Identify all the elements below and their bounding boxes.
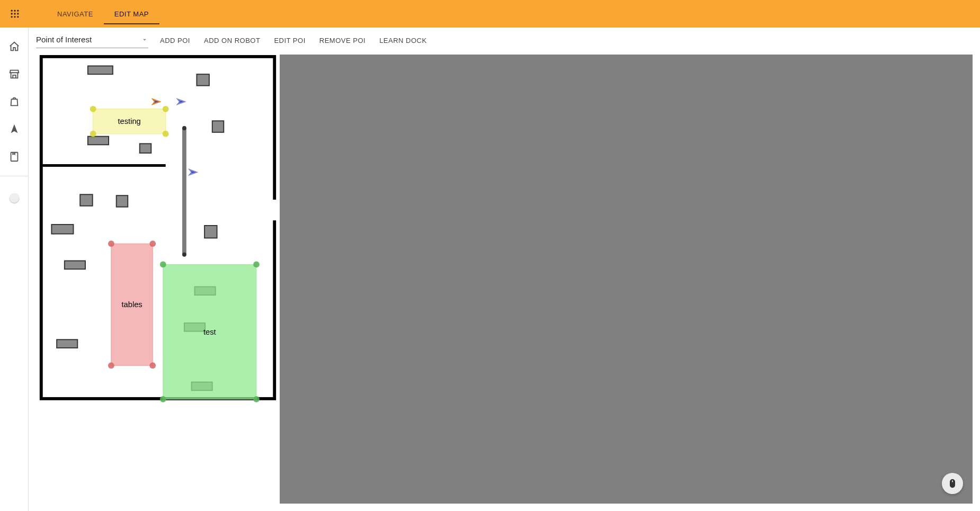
svg-rect-23 xyxy=(117,195,128,207)
zone-handle[interactable] xyxy=(253,262,260,268)
bag-icon xyxy=(8,96,20,107)
svg-point-5 xyxy=(17,13,19,14)
svg-point-7 xyxy=(14,16,15,17)
poi-marker[interactable] xyxy=(190,169,197,175)
mouse-mode-button[interactable] xyxy=(942,473,963,494)
book-icon xyxy=(8,151,20,163)
zone-handle[interactable] xyxy=(149,362,156,369)
home-icon xyxy=(8,41,20,52)
poi-marker[interactable] xyxy=(153,99,160,104)
zone-handle[interactable] xyxy=(163,106,169,112)
edit-mode-select[interactable]: Point of Interest xyxy=(36,33,148,48)
left-sidebar xyxy=(0,28,29,511)
sidebar-divider xyxy=(0,176,28,176)
svg-point-0 xyxy=(11,10,13,12)
apps-menu-button[interactable] xyxy=(4,3,25,24)
toolbar: Point of Interest ADD POI ADD ON ROBOT E… xyxy=(29,28,980,50)
sidebar-item-book[interactable] xyxy=(4,146,25,167)
zone-handle[interactable] xyxy=(253,396,260,402)
zone-tables[interactable]: tables xyxy=(108,240,156,369)
svg-point-4 xyxy=(14,13,15,14)
svg-point-6 xyxy=(11,16,13,17)
svg-rect-18 xyxy=(197,74,209,86)
svg-point-16 xyxy=(182,253,186,257)
apps-icon xyxy=(10,8,20,19)
store-icon xyxy=(8,68,20,80)
tab-navigate[interactable]: NAVIGATE xyxy=(47,0,104,28)
edit-poi-button[interactable]: EDIT POI xyxy=(272,33,307,48)
svg-point-8 xyxy=(17,16,19,17)
zone-label: test xyxy=(203,328,216,336)
tab-edit-map[interactable]: EDIT MAP xyxy=(104,0,159,28)
svg-rect-21 xyxy=(140,144,152,153)
edit-mode-select-label: Point of Interest xyxy=(36,35,92,44)
navigation-icon xyxy=(8,123,20,135)
floor-plan[interactable]: testingtablestest xyxy=(36,55,280,504)
zone-label: testing xyxy=(118,117,141,125)
chevron-down-icon xyxy=(141,36,148,46)
zone-handle[interactable] xyxy=(160,396,166,402)
mouse-icon xyxy=(947,478,958,489)
svg-rect-17 xyxy=(88,66,113,75)
tab-bar: NAVIGATE EDIT MAP xyxy=(47,0,159,28)
zone-label: tables xyxy=(121,300,142,309)
zone-handle[interactable] xyxy=(90,106,96,112)
svg-point-3 xyxy=(11,13,13,14)
add-poi-button[interactable]: ADD POI xyxy=(158,33,192,48)
sidebar-slider-knob[interactable] xyxy=(10,193,19,203)
svg-rect-27 xyxy=(57,339,77,348)
sidebar-item-bag[interactable] xyxy=(4,91,25,112)
learn-dock-button[interactable]: LEARN DOCK xyxy=(377,33,429,48)
zone-handle[interactable] xyxy=(108,362,114,369)
zone-handle[interactable] xyxy=(149,240,156,247)
svg-rect-19 xyxy=(212,121,224,132)
add-on-robot-button[interactable]: ADD ON ROBOT xyxy=(202,33,262,48)
zone-handle[interactable] xyxy=(160,262,166,268)
zone-test[interactable]: test xyxy=(160,262,260,402)
svg-rect-24 xyxy=(51,225,73,234)
zone-handle[interactable] xyxy=(163,131,169,137)
top-bar: NAVIGATE EDIT MAP xyxy=(0,0,980,28)
remove-poi-button[interactable]: REMOVE POI xyxy=(317,33,368,48)
svg-rect-25 xyxy=(204,226,217,238)
sidebar-item-navigate[interactable] xyxy=(4,119,25,140)
sidebar-item-store[interactable] xyxy=(4,64,25,85)
zone-testing[interactable]: testing xyxy=(90,106,169,137)
sidebar-item-home[interactable] xyxy=(4,36,25,57)
svg-point-15 xyxy=(182,126,186,130)
svg-point-1 xyxy=(14,10,15,12)
poi-marker[interactable] xyxy=(177,99,185,104)
svg-rect-20 xyxy=(88,137,109,145)
svg-rect-12 xyxy=(272,200,277,220)
main-content: Point of Interest ADD POI ADD ON ROBOT E… xyxy=(29,28,980,511)
svg-rect-26 xyxy=(65,261,85,270)
zone-handle[interactable] xyxy=(90,131,96,137)
map-canvas[interactable]: testingtablestest xyxy=(36,55,973,504)
svg-rect-14 xyxy=(182,127,186,256)
svg-point-2 xyxy=(17,10,19,12)
svg-rect-22 xyxy=(80,194,92,206)
zone-handle[interactable] xyxy=(108,240,114,247)
